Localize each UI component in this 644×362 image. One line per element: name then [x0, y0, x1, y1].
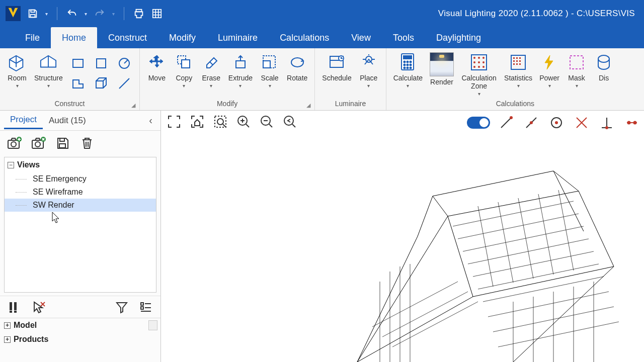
extrude-button[interactable]: Extrude▾ — [225, 50, 256, 88]
scale-button[interactable]: Scale▾ — [257, 50, 283, 88]
scrollbar[interactable] — [148, 320, 157, 330]
undo-button[interactable] — [66, 8, 77, 19]
mask-button[interactable]: Mask▾ — [564, 50, 590, 88]
tree-root-views[interactable]: − Views — [5, 157, 156, 172]
sidebar-collapse-button[interactable]: ‹ — [145, 115, 156, 126]
svg-rect-7 — [96, 81, 103, 88]
place-button[interactable]: Place▾ — [356, 50, 382, 88]
svg-point-52 — [11, 142, 16, 147]
find-button[interactable] — [6, 299, 23, 316]
tree-item-sw-render[interactable]: SW Render — [5, 199, 156, 212]
snap-nearest-button[interactable] — [623, 114, 641, 132]
tab-modify[interactable]: Modify — [158, 27, 207, 48]
modify-launcher[interactable]: ◢ — [306, 102, 312, 108]
tree-item-se-wireframe[interactable]: SE Wireframe — [5, 186, 156, 199]
construct-launcher[interactable]: ◢ — [131, 102, 137, 108]
polygon-tool[interactable] — [69, 74, 87, 93]
ribbon: Room ▾ Structure ▾ Co — [0, 48, 644, 111]
box-tool[interactable] — [92, 54, 110, 72]
svg-point-66 — [217, 119, 223, 125]
ribbon-group-modify: Move Copy▾ Erase▾ Extrude▾ Scale▾ Rotate… — [140, 48, 315, 110]
svg-rect-46 — [513, 63, 515, 65]
tab-construct[interactable]: Construct — [97, 27, 158, 48]
zoom-extents-button[interactable] — [165, 113, 183, 131]
tab-daylighting[interactable]: Daylighting — [425, 27, 492, 48]
calculate-button[interactable]: Calculate▾ — [390, 50, 426, 88]
calc-zone-icon — [469, 52, 489, 72]
tab-view[interactable]: View — [340, 27, 382, 48]
sidebar-tab-project[interactable]: Project — [4, 112, 43, 129]
copy-button[interactable]: Copy▾ — [171, 50, 197, 88]
zoom-home-button[interactable] — [188, 113, 206, 131]
model-section[interactable]: +Model — [0, 318, 160, 332]
tab-file[interactable]: File — [14, 27, 51, 48]
tab-home[interactable]: Home — [51, 27, 97, 48]
svg-point-76 — [634, 122, 636, 124]
extrude-icon — [230, 52, 251, 72]
sidebar: Project Audit (15) ‹ − Views SE Emergenc… — [0, 111, 161, 362]
redo-button[interactable] — [94, 8, 105, 19]
zoom-in-button[interactable] — [234, 113, 253, 131]
room-button[interactable]: Room ▾ — [4, 50, 30, 88]
zoom-previous-button[interactable] — [281, 113, 299, 131]
list-options-button[interactable] — [137, 299, 154, 316]
qat-caret-3[interactable]: ▾ — [112, 11, 115, 17]
qat-caret-1[interactable]: ▾ — [45, 11, 48, 17]
zoom-out-button[interactable] — [258, 113, 276, 131]
snap-midpoint-button[interactable] — [522, 114, 540, 132]
sidebar-tabs: Project Audit (15) ‹ — [0, 111, 160, 131]
tab-luminaire[interactable]: Luminaire — [207, 27, 269, 48]
structure-button[interactable]: Structure ▾ — [31, 50, 66, 88]
svg-rect-48 — [519, 63, 521, 65]
move-button[interactable]: Move — [144, 50, 170, 82]
qat-caret-2[interactable]: ▾ — [85, 11, 87, 17]
filter-button[interactable] — [113, 299, 130, 316]
snap-perpendicular-button[interactable] — [598, 114, 616, 132]
mask-icon — [567, 52, 587, 72]
snap-toggle[interactable] — [467, 117, 490, 129]
svg-rect-19 — [404, 56, 412, 59]
camera-gear-button[interactable] — [30, 135, 47, 152]
svg-point-34 — [478, 61, 480, 63]
schedule-button[interactable]: Schedule — [319, 50, 354, 82]
rectangle-tool[interactable] — [69, 54, 87, 72]
power-button[interactable]: Power▾ — [536, 50, 562, 88]
rotate-button[interactable]: Rotate — [284, 50, 310, 82]
svg-rect-57 — [60, 138, 64, 141]
box3d-tool[interactable] — [92, 74, 110, 93]
svg-rect-58 — [59, 144, 65, 148]
save-button[interactable] — [27, 8, 38, 19]
grid-button[interactable] — [151, 8, 163, 19]
svg-point-20 — [404, 61, 405, 63]
delete-view-button[interactable] — [78, 135, 96, 152]
save-view-button[interactable] — [54, 135, 71, 152]
sidebar-tab-audit[interactable]: Audit (15) — [43, 113, 92, 129]
svg-rect-63 — [141, 303, 143, 305]
calc-zone-button[interactable]: Calculation Zone▾ — [458, 50, 500, 97]
tree-item-se-emergency[interactable]: SE Emergency — [5, 172, 156, 186]
snap-intersection-button[interactable] — [573, 114, 591, 132]
select-cancel-button[interactable] — [30, 299, 47, 316]
viewport[interactable] — [161, 111, 644, 362]
window-title: Visual Lighting 2020 (2.11.0062 ) - C:\U… — [163, 9, 640, 19]
svg-rect-60 — [14, 302, 17, 310]
tab-tools[interactable]: Tools — [382, 27, 425, 48]
products-section[interactable]: +Products — [0, 332, 160, 346]
zoom-region-button[interactable] — [211, 113, 229, 131]
line-tool[interactable] — [115, 74, 133, 93]
snap-center-button[interactable] — [547, 114, 566, 132]
tab-calculations[interactable]: Calculations — [269, 27, 340, 48]
svg-point-31 — [478, 57, 480, 59]
render-button[interactable]: Render — [427, 50, 457, 86]
svg-rect-62 — [14, 311, 17, 313]
erase-button[interactable]: Erase▾ — [198, 50, 224, 88]
statistics-button[interactable]: Statistics▾ — [501, 50, 535, 88]
svg-point-38 — [482, 66, 485, 68]
snap-endpoint-button[interactable] — [497, 114, 515, 132]
print-button[interactable] — [133, 8, 144, 19]
camera-add-button[interactable] — [6, 135, 23, 152]
distribution-button[interactable]: Dis — [591, 50, 617, 82]
circle-tool[interactable] — [115, 54, 133, 72]
structure-icon — [38, 52, 58, 72]
svg-point-33 — [473, 61, 475, 63]
